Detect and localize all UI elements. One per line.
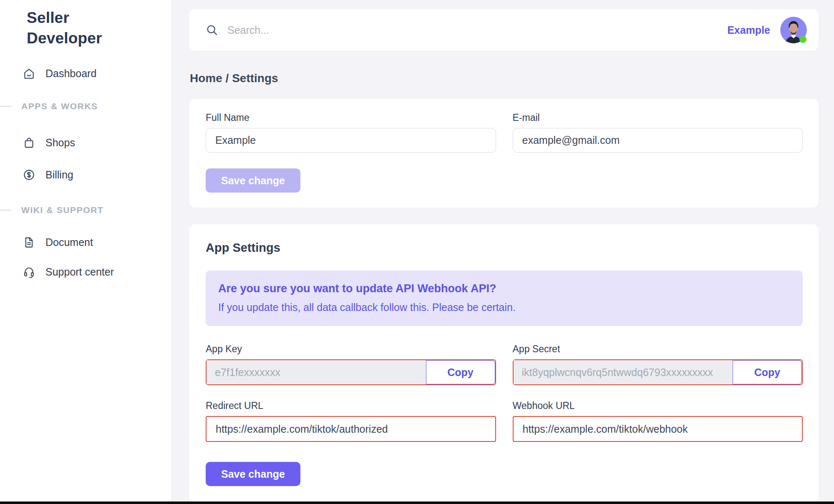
sidebar-item-billing[interactable]: Billing (0, 165, 171, 184)
email-input[interactable] (513, 128, 803, 153)
full-name-field-group: Full Name (206, 112, 496, 153)
sidebar-section-wiki-support: WIKI & SUPPORT (0, 204, 171, 216)
section-label: WIKI & SUPPORT (21, 205, 103, 215)
sidebar-item-label: Shops (45, 137, 75, 149)
app-key-input[interactable] (207, 360, 426, 384)
app-key-label: App Key (206, 344, 496, 355)
sidebar-nav: Dashboard APPS & WORKS Shops (0, 48, 171, 281)
bag-icon (23, 136, 35, 149)
full-name-label: Full Name (206, 112, 496, 123)
webhook-warning-banner: Are you sure you want to update API Webh… (206, 271, 803, 326)
breadcrumb: Home / Settings (189, 72, 819, 85)
sidebar-item-label: Billing (45, 169, 73, 181)
window-bottom-edge (0, 501, 834, 504)
email-label: E-mail (513, 112, 803, 123)
webhook-url-input[interactable] (513, 416, 803, 442)
search-icon (206, 24, 218, 36)
sidebar-item-support-center[interactable]: Support center (0, 263, 171, 281)
app-settings-save-button[interactable]: Save change (206, 462, 300, 486)
warning-body: If you update this, all data callback fo… (218, 301, 790, 313)
user-name-link[interactable]: Example (727, 24, 770, 36)
app-key-copy-button[interactable]: Copy (426, 360, 495, 384)
sidebar-item-document[interactable]: Document (0, 233, 171, 251)
sidebar-section-apps-works: APPS & WORKS (0, 100, 171, 113)
app-secret-copy-button[interactable]: Copy (733, 360, 802, 384)
app-settings-card: App Settings Are you sure you want to up… (189, 224, 819, 504)
online-status-dot (799, 36, 806, 43)
sidebar-item-dashboard[interactable]: Dashboard (0, 64, 171, 83)
app-secret-input[interactable] (514, 360, 733, 384)
redirect-url-field-group: Redirect URL (206, 400, 496, 442)
main-content: Example Hom (172, 0, 834, 504)
app-secret-label: App Secret (513, 344, 803, 355)
section-divider (0, 210, 11, 211)
section-label: APPS & WORKS (21, 101, 98, 111)
app-secret-field-group: App Secret Copy (513, 344, 803, 385)
top-bar: Example (189, 9, 819, 51)
app-root: Seller Developer Dashboard APPS & WORKS (0, 0, 834, 504)
home-icon (23, 67, 35, 80)
sidebar: Seller Developer Dashboard APPS & WORKS (0, 0, 172, 504)
section-divider (0, 106, 11, 107)
email-field-group: E-mail (513, 112, 803, 153)
sidebar-item-label: Support center (45, 266, 114, 278)
app-settings-title: App Settings (206, 241, 803, 255)
search-input[interactable] (227, 24, 727, 36)
user-menu: Example (727, 17, 807, 43)
redirect-url-input[interactable] (206, 416, 496, 442)
document-icon (23, 236, 35, 249)
sidebar-item-label: Dashboard (45, 68, 96, 80)
app-secret-input-group: Copy (513, 359, 803, 385)
dollar-icon (23, 168, 35, 181)
search-bar (206, 24, 727, 36)
headset-icon (23, 266, 35, 278)
profile-save-button[interactable]: Save change (206, 168, 300, 193)
full-name-input[interactable] (206, 128, 496, 153)
profile-settings-card: Full Name E-mail Save change (189, 99, 819, 208)
app-key-field-group: App Key Copy (206, 344, 496, 385)
sidebar-item-shops[interactable]: Shops (0, 133, 171, 152)
app-logo: Seller Developer (27, 8, 118, 48)
sidebar-item-label: Document (45, 236, 93, 248)
warning-title: Are you sure you want to update API Webh… (218, 282, 790, 295)
avatar[interactable] (780, 17, 807, 43)
webhook-url-field-group: Webhook URL (513, 400, 803, 442)
app-key-input-group: Copy (206, 359, 496, 385)
webhook-url-label: Webhook URL (513, 400, 803, 411)
redirect-url-label: Redirect URL (206, 400, 496, 411)
